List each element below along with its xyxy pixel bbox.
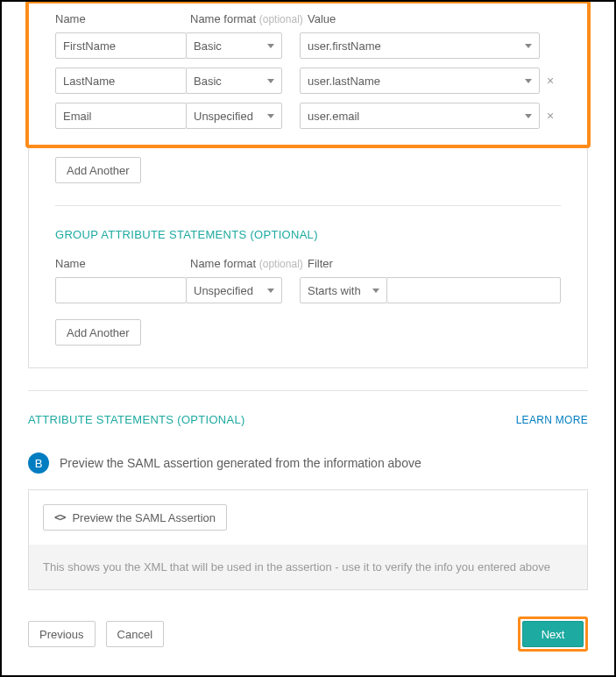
add-another-button[interactable]: Add Another (55, 319, 141, 346)
step-badge: B (28, 453, 49, 474)
attribute-row: Unspecified user.email × (55, 103, 561, 129)
attr-name-input[interactable] (55, 32, 187, 59)
preview-card: <> Preview the SAML Assertion This shows… (28, 489, 588, 590)
step-text: Preview the SAML assertion generated fro… (60, 456, 421, 470)
group-filter-op-select[interactable]: Starts with (300, 277, 387, 303)
cancel-button[interactable]: Cancel (106, 621, 164, 647)
group-name-input[interactable] (55, 277, 187, 303)
attr-format-select[interactable]: Basic (186, 68, 282, 94)
chevron-down-icon (267, 289, 274, 293)
attribute-row: Basic user.firstName × (55, 32, 561, 59)
chevron-down-icon (267, 114, 274, 118)
divider (55, 205, 561, 206)
attribute-headers: Name Name format (optional) Value (55, 12, 561, 25)
attr-name-input[interactable] (55, 103, 187, 129)
code-icon: <> (54, 511, 65, 524)
attr-value-select[interactable]: user.lastName (300, 68, 540, 94)
preview-step-row: B Preview the SAML assertion generated f… (28, 453, 588, 489)
chevron-down-icon (267, 44, 274, 48)
attr-value-select[interactable]: user.email (300, 103, 540, 129)
header-format: Name format (optional) (190, 12, 308, 25)
add-another-button[interactable]: Add Another (55, 157, 141, 183)
chevron-down-icon (525, 44, 532, 48)
attribute-section-title: ATTRIBUTE STATEMENTS (OPTIONAL) (28, 413, 245, 426)
chevron-down-icon (372, 289, 379, 293)
chevron-down-icon (525, 114, 532, 118)
attr-format-select[interactable]: Unspecified (186, 103, 282, 129)
attribute-statements-card: Name Name format (optional) Value Basic (28, 0, 588, 368)
divider (28, 390, 588, 391)
header-value: Value (308, 12, 561, 25)
next-highlight: Next (518, 616, 588, 652)
attribute-highlight-box: Name Name format (optional) Value Basic (25, 0, 591, 148)
header-name: Name (55, 257, 190, 270)
group-filter-value-input[interactable] (386, 277, 561, 303)
footer-row: Previous Cancel Next (28, 616, 588, 652)
header-filter: Filter (308, 257, 561, 270)
preview-hint: This shows you the XML that will be used… (29, 545, 587, 589)
learn-more-link[interactable]: LEARN MORE (516, 414, 588, 426)
group-format-select[interactable]: Unspecified (186, 277, 282, 303)
header-format: Name format (optional) (190, 257, 308, 270)
previous-button[interactable]: Previous (28, 621, 96, 647)
attribute-row: Basic user.lastName × (55, 68, 561, 94)
group-section-title: GROUP ATTRIBUTE STATEMENTS (OPTIONAL) (55, 228, 561, 241)
remove-row-button[interactable]: × (540, 109, 561, 123)
attr-value-select[interactable]: user.firstName (300, 32, 540, 59)
group-headers: Name Name format (optional) Filter (55, 257, 561, 270)
preview-saml-button[interactable]: <> Preview the SAML Assertion (43, 504, 227, 531)
header-name: Name (55, 12, 190, 25)
chevron-down-icon (525, 79, 532, 83)
remove-row-button[interactable]: × (540, 74, 561, 88)
next-button[interactable]: Next (522, 621, 584, 647)
group-row: Unspecified Starts with (55, 277, 561, 303)
attr-format-select[interactable]: Basic (186, 32, 282, 59)
attr-name-input[interactable] (55, 68, 187, 94)
chevron-down-icon (267, 79, 274, 83)
